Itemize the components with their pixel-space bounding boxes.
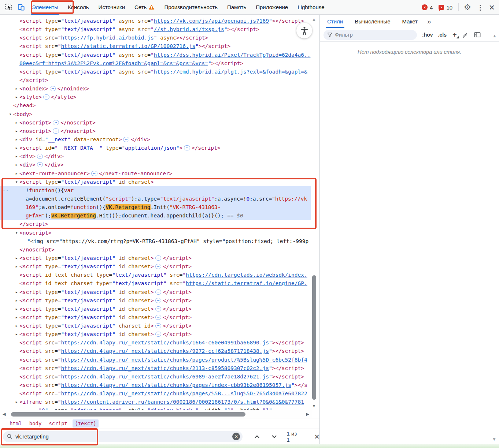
resource-link[interactable]: https://cdn.4lapy.ru/_next/static/chunks… [61,374,269,380]
dom-tree-row[interactable]: <script id text charset type="text/javas… [0,271,311,279]
resource-link[interactable]: 00eec&rf=https%3A%2F%2Fvk.com%2F&foadh=&… [19,60,208,66]
collapse-arrow-icon[interactable]: ▾ [14,229,19,237]
expand-arrow-icon[interactable]: ▸ [14,296,19,305]
tab-network[interactable]: Сеть [130,0,159,15]
resource-link[interactable]: https://cdn.4lapy.ru/_next/static/chunks… [61,391,307,396]
dom-tree-row[interactable]: <script src="https://cdn.4lapy.ru/_next/… [0,356,311,364]
previous-match-button[interactable] [254,435,260,438]
expand-arrow-icon[interactable]: ▸ [14,288,19,296]
dom-tree-row[interactable]: ▸<script type="text/javascript" id chars… [0,305,311,313]
dom-tree-row[interactable]: ▸<script type="text/javascript" id chars… [0,296,311,305]
close-search-icon[interactable]: × [314,431,319,442]
dom-tree-row[interactable]: <script src="https://cdn.4lapy.ru/_next/… [0,389,311,398]
expand-ellipsis-button[interactable]: ⋯ [155,264,162,269]
dom-tree-row[interactable]: gFfAH");VK.Retargeting.Hit()};document.h… [0,212,311,220]
toggle-element-state-button[interactable]: :hov [422,32,433,38]
style-filter-field[interactable] [324,30,417,40]
dom-tree-row[interactable]: ▸<noscript>⋯</noscript> [0,119,311,127]
vertical-scroll-thumb[interactable] [312,275,316,400]
element-classes-button[interactable]: .cls [438,32,447,38]
device-toolbar-button[interactable] [15,0,27,15]
resource-link[interactable]: https://cdn.4lapy.ru/_next/static/chunks… [61,357,307,363]
collapse-arrow-icon[interactable]: ▾ [8,110,13,119]
dom-tree-row[interactable]: ▾<script type="text/javascript" id chars… [0,178,311,186]
resource-link[interactable]: https://cdn.targetads.io/websdk/index. [186,272,307,278]
resource-link[interactable]: https://static.terratraf.io/GP/10002716.… [61,43,196,49]
styles-scroll-up-icon[interactable]: ▲ [492,33,497,38]
issues-count[interactable]: 10 [446,4,452,11]
dom-tree-row[interactable]: <script type="text/javascript" async src… [0,17,311,25]
expand-arrow-icon[interactable]: ▸ [14,85,19,93]
dom-tree-row[interactable]: ▸<noscript>⋯</noscript> [0,127,311,135]
more-options-icon[interactable]: ⋮ [477,3,484,12]
tab-memory[interactable]: Память [222,0,251,15]
expand-ellipsis-button[interactable]: ⋯ [50,86,56,91]
dom-tree-row[interactable]: <script src="https://cdn.4lapy.ru/_next/… [0,339,311,347]
expand-ellipsis-button[interactable]: ⋯ [37,162,43,167]
elements-horizontal-scrollbar[interactable]: ◀ ▶ [0,410,312,418]
resource-link[interactable]: https://cdn.4lapy.ru/_next/static/chunks… [61,348,269,354]
dom-tree-row[interactable]: 169";a.onload=function(){VK.Retargeting.… [0,203,311,212]
search-input[interactable] [15,433,232,440]
expand-arrow-icon[interactable]: ▸ [14,119,19,127]
dom-tree-row[interactable]: ▸<div>⋯</div> [0,152,311,161]
dom-tree-row[interactable]: ▸<iframe src="https://content.adriver.ru… [0,398,311,406]
expand-arrow-icon[interactable]: ▸ [14,144,19,152]
resource-link[interactable]: https://cdn.4lapy.ru/_next/static/chunks… [61,365,269,371]
horizontal-scroll-thumb[interactable] [11,412,245,417]
dom-tree-row[interactable]: </script> [0,76,311,85]
error-count[interactable]: 4 [430,4,433,11]
accessibility-widget[interactable] [296,23,312,38]
expand-ellipsis-button[interactable]: ⋯ [155,290,162,295]
styles-scroll-down-icon[interactable]: ▼ [492,437,496,442]
expand-arrow-icon[interactable]: ▸ [14,135,19,144]
tab-application[interactable]: Приложение [251,0,293,15]
tab-sources[interactable]: Источники [94,0,130,15]
resource-link[interactable]: https://vk.com/js/api/openapi.js?169 [154,18,269,24]
expand-arrow-icon[interactable]: ▸ [14,254,19,262]
scroll-up-icon[interactable]: ▲ [312,17,316,22]
dom-tree-row[interactable]: ▸<script id="__NEXT_DATA__" type="applic… [0,144,311,152]
tab-styles[interactable]: Стили [326,15,344,28]
dom-tree-row[interactable]: <script src="https://cdn.4lapy.ru/_next/… [0,364,311,373]
dom-tree-row[interactable]: ..!function(){var [0,186,311,195]
collapse-arrow-icon[interactable]: ▾ [14,178,19,186]
dom-tree-row[interactable]: </head> [0,101,311,110]
tab-console[interactable]: Консоль [63,0,94,15]
dom-tree-row[interactable]: ▸<script type="text/javascript" id chars… [0,288,311,296]
breadcrumb-body[interactable]: body [27,419,44,428]
dom-tree-row[interactable]: "0" name="adriver_banner" style="display… [0,406,311,410]
resource-link[interactable]: https://dss.hybrid.ai/Pixel/TrackTp?pid=… [154,52,311,58]
expand-ellipsis-button[interactable]: ⋯ [43,94,49,100]
dom-tree-row[interactable]: <script src="https://cdn.4lapy.ru/_next/… [0,381,311,389]
dom-tree-row[interactable]: <script id text charset type="text/javas… [0,279,311,288]
dom-tree-row[interactable]: <script src="https://cdn.4lapy.ru/_next/… [0,347,311,355]
expand-arrow-icon[interactable]: ▸ [14,127,19,135]
issues-icon[interactable]: × [439,5,444,10]
dom-tree-row[interactable]: <script type="text/javascript" async src… [0,25,311,34]
dom-tree-row[interactable]: ▸<script type="text/javascript" id chars… [0,262,311,271]
tab-lighthouse[interactable]: Lighthouse [293,0,329,15]
dom-tree-row[interactable]: ▸<script type="text/javascript" id chars… [0,330,311,339]
expand-ellipsis-button[interactable]: ⋯ [53,128,59,134]
dom-tree-row[interactable]: <script src="https://static.terratraf.io… [0,42,311,51]
dom-tree-row[interactable]: <script src="https://cdn.4lapy.ru/_next/… [0,373,311,381]
style-filter-input[interactable] [335,32,417,38]
expand-arrow-icon[interactable]: ▸ [14,305,19,313]
toggle-sidebar-button[interactable] [474,32,481,38]
expand-arrow-icon[interactable]: ▸ [14,161,19,169]
dom-tree-row[interactable]: 00eec&rf=https%3A%2F%2Fvk.com%2F&foadh=&… [0,59,311,68]
expand-arrow-icon[interactable]: ▸ [14,262,19,271]
expand-ellipsis-button[interactable]: ⋯ [184,145,190,150]
tab-layout[interactable]: Макет [400,15,419,28]
resource-link[interactable]: https://emd.hybrid.ai/plgt.js?exl=&foadh… [154,69,307,75]
resource-link[interactable]: https://content.adriver.ru/banners/00021… [61,399,304,405]
search-field[interactable]: ✕ [3,431,243,442]
dom-tree-row[interactable]: ▾<noscript> [0,229,311,237]
clear-search-icon[interactable]: ✕ [232,433,240,440]
new-style-rule-button[interactable]: + [452,31,457,38]
expand-arrow-icon[interactable]: ▸ [14,330,19,339]
error-count-icon[interactable]: × [422,4,428,10]
expand-ellipsis-button[interactable]: ⋯ [155,306,162,311]
dom-tree-row[interactable]: "<img src="https://vk.com/rtrg?p=VK-RTRG… [0,237,311,246]
